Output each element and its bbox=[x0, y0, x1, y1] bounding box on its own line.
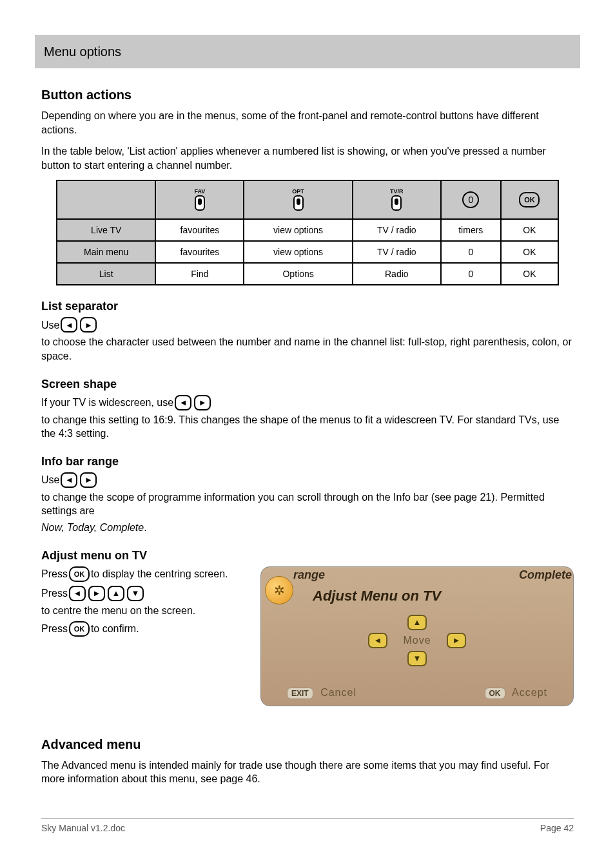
left-arrow-icon: ◄ bbox=[61, 472, 77, 488]
advanced-menu-heading: Advanced menu bbox=[41, 737, 574, 752]
cell: timers bbox=[441, 219, 501, 241]
down-arrow-icon: ▼ bbox=[127, 586, 144, 601]
footer-doc-name: Sky Manual v1.2.doc bbox=[41, 823, 125, 833]
text: Use bbox=[41, 318, 59, 333]
tv-arrow-pad: ▲ ◄ Move ► ▼ bbox=[261, 613, 573, 668]
text: . bbox=[144, 521, 146, 535]
cell: favourites bbox=[155, 219, 244, 241]
cell: favourites bbox=[155, 241, 244, 263]
footer-page-number: Page 42 bbox=[540, 823, 574, 833]
button-actions-table: FAV OPT TV/R 0 OK bbox=[56, 180, 559, 285]
tv-dialog-title: Adjust Menu on TV bbox=[313, 588, 441, 604]
adjust-line-3: Press OK to confirm. bbox=[41, 621, 244, 637]
page-section-header: Menu options bbox=[35, 35, 580, 68]
cell: 0 bbox=[441, 263, 501, 285]
cell: OK bbox=[501, 219, 558, 241]
left-arrow-icon: ◄ bbox=[175, 395, 191, 410]
left-arrow-icon: ◄ bbox=[368, 633, 387, 648]
right-arrow-icon: ► bbox=[80, 472, 97, 488]
page-section-header-text: Menu options bbox=[44, 44, 121, 59]
left-arrow-icon: ◄ bbox=[61, 317, 77, 333]
text-ital: Now, Today, Complete bbox=[41, 521, 144, 535]
tv-top-bar: range Complete bbox=[261, 567, 573, 585]
table-row: Main menu favourites view options TV / r… bbox=[57, 241, 558, 263]
tv-top-left: range bbox=[293, 568, 325, 582]
row-label: List bbox=[57, 263, 155, 285]
ok-button-icon: OK bbox=[519, 192, 540, 207]
right-arrow-icon: ► bbox=[88, 586, 105, 601]
cell: 0 bbox=[441, 241, 501, 263]
text: If your TV is widescreen, use bbox=[41, 396, 173, 410]
table-header-row: FAV OPT TV/R 0 OK bbox=[57, 180, 558, 219]
zero-button-icon: 0 bbox=[462, 191, 479, 208]
right-arrow-icon: ► bbox=[447, 633, 466, 648]
tvr-label: TV/R bbox=[356, 189, 438, 195]
adjust-menu-heading: Adjust menu on TV bbox=[41, 549, 574, 563]
fav-label: FAV bbox=[159, 189, 240, 195]
text: to display the centring screen. bbox=[91, 567, 228, 581]
table-header-tvr: TV/R bbox=[353, 180, 441, 219]
text: to change the scope of programme informa… bbox=[41, 490, 574, 518]
cell: Radio bbox=[353, 263, 441, 285]
text: to confirm. bbox=[91, 622, 139, 636]
text: Press bbox=[41, 586, 68, 601]
screen-shape-line: If your TV is widescreen, use ◄ ► to cha… bbox=[41, 395, 574, 441]
row-label: Main menu bbox=[57, 241, 155, 263]
tv-move-label: Move bbox=[403, 635, 431, 646]
exit-pill: EXIT bbox=[287, 688, 313, 699]
cell: view options bbox=[244, 219, 353, 241]
fav-button-icon bbox=[195, 195, 205, 211]
page-footer: Sky Manual v1.2.doc Page 42 bbox=[41, 818, 574, 833]
text: to choose the character used between the… bbox=[41, 335, 574, 363]
down-arrow-icon: ▼ bbox=[407, 651, 427, 666]
table-header-blank bbox=[57, 180, 155, 219]
info-range-line: Use ◄ ► to change the scope of programme… bbox=[41, 472, 574, 535]
opt-label: OPT bbox=[247, 189, 349, 195]
cell: Find bbox=[155, 263, 244, 285]
table-row: List Find Options Radio 0 OK bbox=[57, 263, 558, 285]
page-content: Button actions Depending on where you ar… bbox=[0, 68, 615, 786]
table-header-fav: FAV bbox=[155, 180, 244, 219]
screen-shape-heading: Screen shape bbox=[41, 378, 574, 391]
cell: Options bbox=[244, 263, 353, 285]
intro-paragraph-2: In the table below, 'List action' applie… bbox=[41, 144, 574, 172]
tvr-button-icon bbox=[391, 195, 402, 211]
table-header-zero: 0 bbox=[441, 180, 501, 219]
cell: view options bbox=[244, 241, 353, 263]
list-separator-line: Use ◄ ► to choose the character used bet… bbox=[41, 317, 574, 363]
table-header-ok: OK bbox=[501, 180, 558, 219]
cell: OK bbox=[501, 241, 558, 263]
tv-screenshot: range Complete ✲ Adjust Menu on TV ▲ ◄ M… bbox=[260, 566, 574, 706]
cell: TV / radio bbox=[353, 219, 441, 241]
adjust-line-2: Press ◄ ► ▲ ▼ to centre the menu on the … bbox=[41, 586, 244, 618]
ok-button-icon: OK bbox=[69, 621, 90, 637]
table-row: Live TV favourites view options TV / rad… bbox=[57, 219, 558, 241]
opt-button-icon bbox=[293, 195, 304, 211]
tv-cancel-label: Cancel bbox=[320, 687, 356, 698]
button-actions-heading: Button actions bbox=[41, 88, 574, 102]
tv-top-right: Complete bbox=[519, 568, 572, 582]
ok-button-icon: OK bbox=[69, 566, 90, 582]
cell: TV / radio bbox=[353, 241, 441, 263]
row-label: Live TV bbox=[57, 219, 155, 241]
text: Press bbox=[41, 622, 68, 636]
advanced-menu-paragraph: The Advanced menu is intended mainly for… bbox=[41, 758, 574, 786]
tv-footer: EXIT Cancel OK Accept bbox=[287, 687, 547, 699]
ok-pill: OK bbox=[485, 688, 505, 699]
cell: OK bbox=[501, 263, 558, 285]
info-range-heading: Info bar range bbox=[41, 455, 574, 468]
intro-paragraph-1: Depending on where you are in the menus,… bbox=[41, 109, 574, 137]
left-arrow-icon: ◄ bbox=[69, 586, 86, 601]
adjust-line-1: Press OK to display the centring screen. bbox=[41, 566, 244, 582]
up-arrow-icon: ▲ bbox=[407, 615, 427, 630]
tv-accept-label: Accept bbox=[512, 687, 547, 698]
list-separator-heading: List separator bbox=[41, 300, 574, 313]
up-arrow-icon: ▲ bbox=[108, 586, 124, 601]
gear-icon: ✲ bbox=[265, 576, 293, 604]
right-arrow-icon: ► bbox=[80, 317, 97, 333]
table-header-opt: OPT bbox=[244, 180, 353, 219]
text: Press bbox=[41, 567, 68, 581]
text: to centre the menu on the screen. bbox=[41, 604, 195, 618]
right-arrow-icon: ► bbox=[194, 395, 211, 410]
text: Use bbox=[41, 473, 59, 487]
